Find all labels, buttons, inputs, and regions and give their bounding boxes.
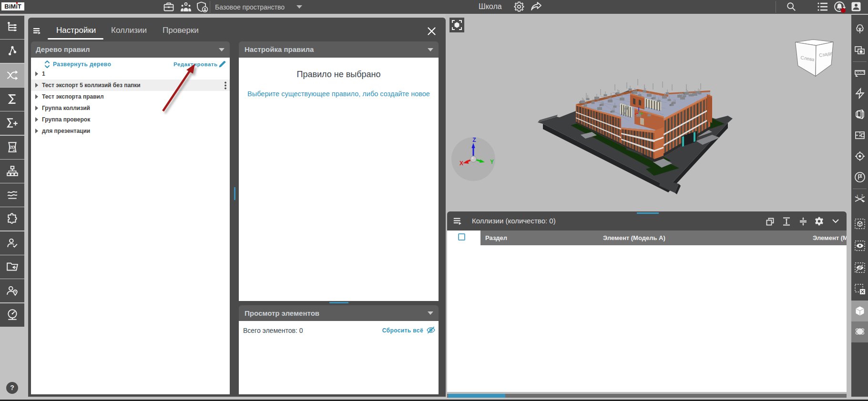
svg-text:Z: Z xyxy=(472,137,476,143)
svg-text:1: 1 xyxy=(857,194,858,198)
svg-text:2D: 2D xyxy=(10,145,15,150)
svg-text:2: 2 xyxy=(861,194,863,197)
svg-text:Y: Y xyxy=(490,159,494,165)
svg-text:X: X xyxy=(460,160,463,167)
